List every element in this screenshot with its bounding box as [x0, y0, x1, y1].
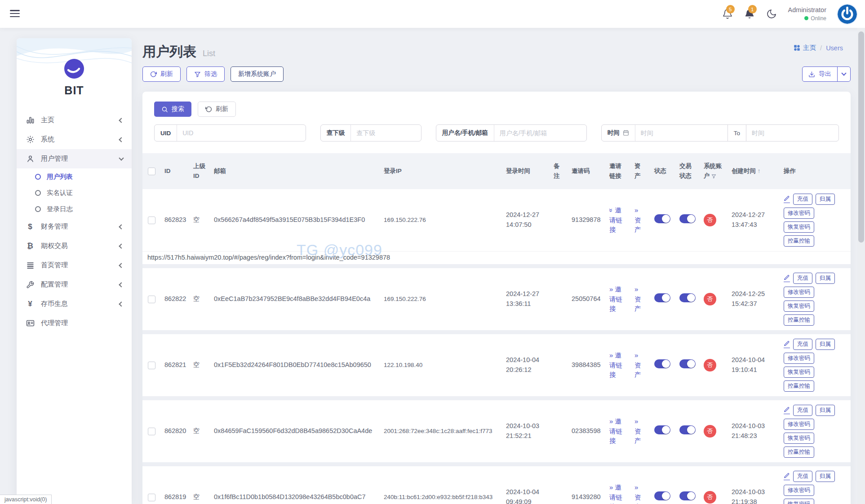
status-toggle[interactable]	[654, 491, 670, 500]
header-email: 邮箱	[210, 166, 380, 176]
sidebar-item-system[interactable]: 系统	[17, 130, 132, 149]
asset-link[interactable]: » 资产	[634, 207, 641, 234]
edit-icon[interactable]	[784, 407, 790, 414]
status-toggle[interactable]	[654, 359, 670, 368]
trade-status-toggle[interactable]	[679, 214, 696, 223]
recover-password-button[interactable]: 恢复密码	[784, 499, 814, 504]
change-password-button[interactable]: 修改密码	[784, 287, 814, 298]
asset-link[interactable]: » 资产	[634, 286, 641, 313]
recharge-button[interactable]: 充值	[793, 339, 812, 350]
recharge-button[interactable]: 充值	[793, 194, 812, 205]
recover-password-button[interactable]: 恢复密码	[784, 367, 814, 378]
cell-actions: 充值归属 修改密码 恢复密码 控赢控输	[780, 405, 851, 458]
trade-status-toggle[interactable]	[679, 425, 696, 434]
belong-button[interactable]: 归属	[816, 405, 835, 416]
refresh-button[interactable]: 刷新	[142, 66, 181, 82]
belong-button[interactable]: 归属	[816, 471, 835, 482]
sort-asc-icon: ↑	[758, 168, 761, 174]
sidebar-subitem-login-logs[interactable]: 登录日志	[17, 201, 132, 217]
filter-button[interactable]: 筛选	[186, 66, 225, 82]
username-input[interactable]	[494, 129, 586, 137]
time-from-input[interactable]	[635, 129, 727, 137]
invite-link[interactable]: » 邀请链接	[609, 484, 622, 504]
control-win-loss-button[interactable]: 控赢控输	[784, 314, 814, 326]
recover-password-button[interactable]: 恢复密码	[784, 301, 814, 312]
scrollbar-thumb[interactable]	[858, 31, 864, 243]
breadcrumb-home[interactable]: 主页	[794, 44, 816, 52]
change-password-button[interactable]: 修改密码	[784, 419, 814, 430]
trade-status-toggle[interactable]	[679, 491, 696, 500]
sidebar-subitem-user-list[interactable]: 用户列表	[17, 168, 132, 185]
control-win-loss-button[interactable]: 控赢控输	[784, 380, 814, 392]
status-toggle[interactable]	[654, 425, 670, 434]
edit-icon[interactable]	[784, 340, 790, 348]
change-password-button[interactable]: 修改密码	[784, 208, 814, 219]
avatar[interactable]	[838, 4, 857, 24]
recharge-button[interactable]: 充值	[793, 405, 812, 416]
export-button[interactable]: 导出	[802, 66, 851, 82]
header-created-time[interactable]: 创建时间 ↑	[727, 166, 780, 176]
sidebar-item-config-management[interactable]: 配置管理	[17, 275, 132, 294]
trade-status-toggle[interactable]	[679, 359, 696, 368]
belong-button[interactable]: 归属	[816, 273, 835, 284]
row-checkbox[interactable]	[148, 494, 155, 501]
asset-link[interactable]: » 资产	[634, 352, 641, 379]
control-win-loss-button[interactable]: 控赢控输	[784, 235, 814, 247]
invite-url-row[interactable]: https://517h5.haiwaiym20.top/#/pages/reg…	[142, 251, 851, 264]
table-row: 862823 空 0x566267a4df8549f5a3915E075B3b1…	[142, 189, 851, 251]
control-win-loss-button[interactable]: 控赢控输	[784, 447, 814, 458]
sidebar-item-finance-management[interactable]: $ 财务管理	[17, 217, 132, 236]
moon-icon[interactable]	[766, 9, 777, 19]
row-checkbox[interactable]	[148, 217, 155, 224]
header-parent-id: 上级ID	[189, 161, 210, 181]
search-refresh-button[interactable]: 刷新	[198, 102, 236, 117]
uid-input[interactable]	[177, 129, 305, 137]
export-dropdown-caret[interactable]	[838, 67, 850, 81]
asset-link[interactable]: » 资产	[634, 484, 641, 504]
asset-link[interactable]: » 资产	[634, 418, 641, 445]
sidebar-item-deposit-interest[interactable]: ¥ 存币生息	[17, 294, 132, 314]
recover-password-button[interactable]: 恢复密码	[784, 433, 814, 444]
invite-link[interactable]: » 邀请链接	[609, 418, 622, 445]
bell-filled-icon[interactable]: 1	[744, 9, 755, 19]
header-system-account[interactable]: 系统账户	[700, 161, 727, 181]
bell-icon[interactable]: 5	[722, 9, 733, 19]
menu-toggle-icon[interactable]	[10, 10, 20, 19]
sidebar-item-homepage-management[interactable]: 首页管理	[17, 256, 132, 275]
row-checkbox[interactable]	[148, 428, 155, 435]
invite-link[interactable]: » 邀请链接	[609, 352, 622, 379]
recover-password-button[interactable]: 恢复密码	[784, 221, 814, 233]
row-checkbox[interactable]	[148, 296, 155, 303]
edit-icon[interactable]	[784, 473, 790, 480]
add-system-account-button[interactable]: 新增系统账户	[231, 66, 284, 82]
change-password-button[interactable]: 修改密码	[784, 353, 814, 364]
sub-level-input[interactable]	[351, 129, 421, 137]
edit-icon[interactable]	[784, 274, 790, 282]
cell-created-time: 2024-10-0321:48:23	[727, 421, 780, 441]
invite-link[interactable]: » 邀请链接	[609, 286, 622, 313]
funnel-icon	[194, 71, 201, 78]
row-checkbox[interactable]	[148, 362, 155, 369]
sidebar-subitem-real-name-auth[interactable]: 实名认证	[17, 185, 132, 201]
status-toggle[interactable]	[654, 214, 670, 223]
sidebar-item-options-trading[interactable]: ₿ 期权交易	[17, 236, 132, 256]
recharge-button[interactable]: 充值	[793, 273, 812, 284]
trade-status-toggle[interactable]	[679, 293, 696, 302]
status-toggle[interactable]	[654, 293, 670, 302]
refresh-ccw-icon	[205, 106, 212, 113]
select-all-checkbox[interactable]	[148, 168, 155, 175]
chevron-left-icon	[119, 282, 124, 287]
sidebar-item-agent-management[interactable]: 代理管理	[17, 314, 132, 333]
change-password-button[interactable]: 修改密码	[784, 485, 814, 496]
cell-invite-code: 39884385	[568, 360, 605, 370]
belong-button[interactable]: 归属	[816, 194, 835, 205]
cell-login-ip: 2001:268:72ee:348c:1c28:aaff:fec1:f773	[380, 427, 502, 436]
sidebar-item-user-management[interactable]: 用户管理	[17, 149, 132, 168]
search-button[interactable]: 搜索	[154, 102, 191, 117]
edit-icon[interactable]	[784, 195, 790, 203]
recharge-button[interactable]: 充值	[793, 471, 812, 482]
belong-button[interactable]: 归属	[816, 339, 835, 350]
sidebar-item-home[interactable]: 主页	[17, 111, 132, 130]
invite-link[interactable]: » 邀请链接	[609, 207, 622, 234]
time-to-input[interactable]	[746, 129, 838, 137]
